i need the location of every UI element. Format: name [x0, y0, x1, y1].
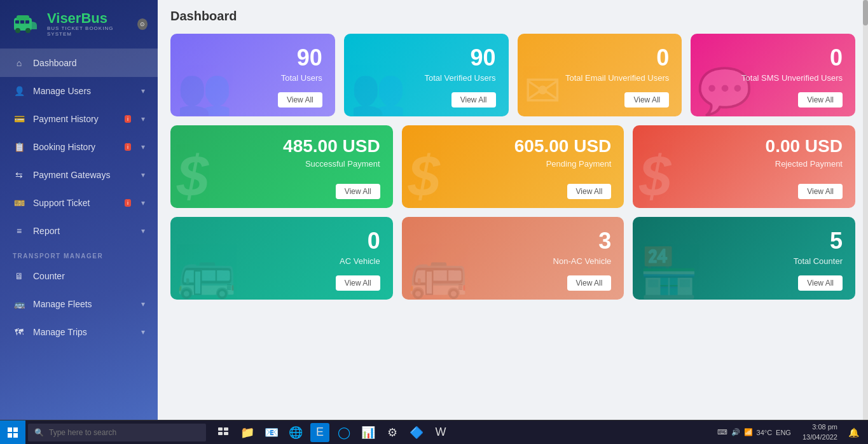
total-verified-value: 90 — [470, 45, 495, 71]
non-ac-vehicle-label: Non-AC Vehicle — [553, 256, 612, 266]
search-icon: 🔍 — [34, 428, 44, 437]
clock-date: 13/04/2022 — [803, 433, 837, 442]
sidebar-item-label: Booking History — [33, 142, 117, 152]
non-ac-vehicle-value: 3 — [598, 228, 611, 254]
ac-vehicle-label: AC Vehicle — [340, 256, 380, 266]
email-unverified-view-all-button[interactable]: View All — [624, 92, 669, 108]
ticket-icon: 🎫 — [13, 197, 25, 209]
logo-icon — [10, 9, 41, 39]
gateway-icon: ⇆ — [13, 169, 25, 181]
sidebar-item-support-ticket[interactable]: 🎫 Support Ticket i ▾ — [0, 189, 158, 217]
taskbar-app-5[interactable]: ◯ — [334, 423, 354, 442]
total-users-value: 90 — [297, 45, 322, 71]
sidebar-item-manage-fleets[interactable]: 🚌 Manage Fleets ▾ — [0, 290, 158, 318]
scroll-indicator — [863, 0, 868, 420]
card-bg-email-icon: ✉ — [524, 69, 561, 113]
notifications-button[interactable]: 🔔 — [844, 423, 863, 442]
taskbar-app-7[interactable]: ⚙ — [383, 423, 402, 442]
pending-payment-card: $ 605.00 USD Pending Payment View All — [402, 125, 624, 208]
rejected-payment-view-all-button[interactable]: View All — [798, 184, 843, 199]
total-users-view-all-button[interactable]: View All — [278, 92, 322, 108]
chevron-down-icon: ▾ — [141, 198, 145, 207]
sidebar-item-label: Manage Trips — [33, 327, 134, 337]
keyboard-icon: ⌨ — [717, 428, 727, 436]
logo-badge[interactable]: ⊙ — [137, 18, 148, 30]
total-counter-view-all-button[interactable]: View All — [798, 275, 843, 291]
stats-row-3: 🚌 0 AC Vehicle View All 🚌 3 Non-AC Vehic… — [170, 217, 855, 300]
sidebar-item-label: Support Ticket — [33, 198, 117, 208]
taskbar-app-icons: 📁 📧 🌐 E ◯ 📊 ⚙ 🔷 W — [214, 423, 450, 442]
rejected-payment-card: $ 0.00 USD Rejected Payment View All — [633, 125, 855, 208]
successful-payment-view-all-button[interactable]: View All — [336, 184, 380, 199]
non-ac-vehicle-card: 🚌 3 Non-AC Vehicle View All — [402, 217, 624, 300]
taskbar-app-8[interactable]: 🔷 — [407, 423, 426, 442]
taskbar-app-6[interactable]: 📊 — [359, 423, 378, 442]
sidebar-logo: ViserBus BUS TICKET BOOKING SYSTEM ⊙ — [0, 0, 158, 49]
total-verified-view-all-button[interactable]: View All — [451, 92, 496, 108]
sidebar-item-counter[interactable]: 🖥 Counter — [0, 262, 158, 290]
ac-vehicle-view-all-button[interactable]: View All — [336, 275, 380, 291]
sms-unverified-value: 0 — [830, 45, 843, 71]
search-input[interactable] — [49, 428, 189, 437]
total-users-card: 👥 90 Total Users View All — [170, 34, 335, 116]
taskbar-app-3[interactable]: 🌐 — [286, 423, 305, 442]
svg-rect-6 — [25, 20, 29, 24]
svg-rect-7 — [8, 427, 12, 432]
taskbar-app-9[interactable]: W — [431, 423, 450, 442]
card-bg-users-icon: 👥 — [177, 69, 232, 113]
email-unverified-card: ✉ 0 Total Email Unverified Users View Al… — [518, 34, 682, 116]
taskbar-search-box[interactable]: 🔍 — [28, 424, 206, 441]
sidebar-item-payment-gateways[interactable]: ⇆ Payment Gateways ▾ — [0, 161, 158, 189]
total-verified-label: Total Verified Users — [425, 73, 496, 83]
transport-section-header: TRANSPORT MANAGER — [0, 245, 158, 262]
info-badge: i — [125, 143, 131, 151]
svg-point-2 — [15, 28, 20, 33]
total-counter-card: 🏪 5 Total Counter View All — [633, 217, 855, 300]
scroll-thumb[interactable] — [863, 0, 868, 25]
card-bg-bus2-icon: 🚌 — [408, 249, 468, 296]
successful-payment-card: $ 485.00 USD Successful Payment View All — [170, 125, 393, 208]
svg-rect-9 — [8, 433, 12, 438]
taskbar-app-4[interactable]: E — [310, 423, 329, 442]
successful-payment-label: Successful Payment — [305, 159, 380, 169]
taskbar-sys-tray: ⌨ 🔊 📶 34°C ENG — [712, 428, 796, 436]
volume-icon: 🔊 — [731, 428, 740, 436]
sidebar-item-label: Manage Fleets — [33, 299, 134, 309]
sidebar-item-label: Counter — [33, 271, 145, 281]
clock-time: 3:08 pm — [803, 422, 837, 432]
total-verified-card: 👥 90 Total Verified Users View All — [344, 34, 509, 116]
svg-rect-10 — [13, 433, 18, 438]
ac-vehicle-value: 0 — [368, 228, 380, 254]
network-icon: 📶 — [744, 428, 753, 436]
sidebar-item-manage-users[interactable]: 👤 Manage Users ▾ — [0, 77, 158, 105]
sidebar-item-label: Manage Users — [33, 86, 134, 96]
language-label: ENG — [776, 429, 791, 436]
start-button[interactable] — [0, 420, 25, 445]
taskbar-time: 3:08 pm 13/04/2022 — [797, 422, 843, 442]
sidebar-item-dashboard[interactable]: ⌂ Dashboard — [0, 49, 158, 77]
sidebar-item-payment-history[interactable]: 💳 Payment History i ▾ — [0, 105, 158, 133]
sms-unverified-view-all-button[interactable]: View All — [798, 92, 843, 108]
pending-payment-view-all-button[interactable]: View All — [567, 184, 612, 199]
sidebar-item-label: Dashboard — [33, 58, 145, 68]
book-icon: 📋 — [13, 141, 25, 153]
non-ac-vehicle-view-all-button[interactable]: View All — [567, 275, 612, 291]
taskbar-app-2[interactable]: 📧 — [262, 423, 281, 442]
ac-vehicle-card: 🚌 0 AC Vehicle View All — [170, 217, 393, 300]
sidebar-item-booking-history[interactable]: 📋 Booking History i ▾ — [0, 133, 158, 161]
taskbar-app-1[interactable]: 📁 — [238, 423, 257, 442]
card-bg-dollar3-icon: $ — [639, 148, 671, 205]
card-bg-verified-icon: 👥 — [350, 69, 406, 113]
total-users-label: Total Users — [281, 73, 322, 83]
task-view-button[interactable] — [214, 423, 233, 442]
stats-row-2: $ 485.00 USD Successful Payment View All… — [170, 125, 855, 208]
chevron-down-icon: ▾ — [141, 114, 145, 123]
sidebar-item-report[interactable]: ≡ Report ▾ — [0, 217, 158, 245]
sidebar-item-label: Payment Gateways — [33, 170, 134, 180]
taskbar: 🔍 📁 📧 🌐 E ◯ 📊 ⚙ 🔷 W ⌨ 🔊 📶 34°C ENG — [0, 420, 868, 444]
main-content: Dashboard 👥 90 Total Users View All 👥 90… — [158, 0, 868, 444]
sidebar-item-manage-trips[interactable]: 🗺 Manage Trips ▾ — [0, 318, 158, 346]
home-icon: ⌂ — [13, 57, 25, 69]
card-bg-dollar2-icon: $ — [408, 148, 440, 205]
taskbar-right: ⌨ 🔊 📶 34°C ENG 3:08 pm 13/04/2022 🔔 — [712, 422, 868, 442]
